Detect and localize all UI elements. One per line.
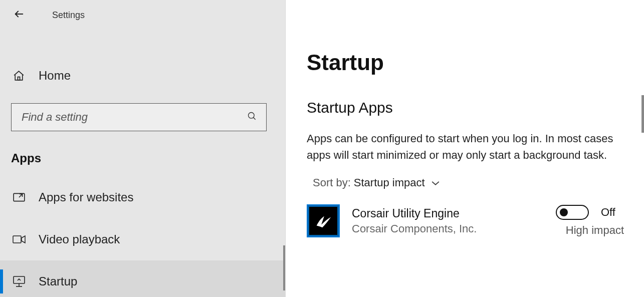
content-pane: Startup Startup Apps Apps can be configu… bbox=[286, 0, 644, 297]
app-publisher: Corsair Components, Inc. bbox=[352, 222, 477, 235]
search-wrap bbox=[11, 103, 274, 131]
app-icon-frame bbox=[307, 204, 340, 237]
nav-home-label: Home bbox=[39, 69, 71, 83]
svg-line-3 bbox=[254, 118, 256, 120]
sort-label: Sort by: bbox=[313, 176, 351, 189]
section-title: Startup Apps bbox=[307, 99, 644, 116]
sort-selector[interactable]: Startup impact bbox=[354, 176, 440, 189]
window-controls bbox=[527, 3, 644, 26]
video-playback-icon bbox=[13, 233, 39, 246]
svg-point-2 bbox=[249, 113, 255, 119]
sidebar-nav-list: Apps for websites Video playback Sta bbox=[0, 176, 285, 297]
toggle-knob bbox=[560, 208, 568, 216]
app-text: Corsair Utility Engine Corsair Component… bbox=[352, 207, 477, 235]
home-icon bbox=[13, 70, 39, 82]
maximize-button[interactable] bbox=[566, 3, 605, 26]
svg-marker-7 bbox=[22, 236, 25, 243]
section-description: Apps can be configured to start when you… bbox=[307, 130, 617, 163]
svg-rect-1 bbox=[18, 77, 20, 80]
svg-line-5 bbox=[19, 194, 23, 198]
sidebar-scrollbar[interactable] bbox=[283, 245, 285, 290]
content-scrollbar[interactable] bbox=[641, 95, 644, 133]
chevron-down-icon bbox=[431, 176, 440, 189]
startup-app-row: Corsair Utility Engine Corsair Component… bbox=[307, 204, 624, 237]
sidebar-header: Settings bbox=[0, 0, 285, 30]
app-info: Corsair Utility Engine Corsair Component… bbox=[307, 204, 477, 237]
search-box[interactable] bbox=[11, 103, 267, 131]
svg-rect-6 bbox=[13, 236, 21, 243]
toggle-state-label: Off bbox=[601, 206, 624, 219]
page-title: Startup bbox=[307, 50, 644, 75]
search-input[interactable] bbox=[21, 110, 231, 124]
sidebar-section-label: Apps bbox=[11, 151, 285, 165]
search-icon bbox=[247, 111, 257, 123]
arrow-left-icon bbox=[14, 9, 25, 22]
impact-label: High impact bbox=[566, 224, 624, 237]
nav-home[interactable]: Home bbox=[0, 60, 285, 91]
startup-icon bbox=[13, 275, 39, 288]
svg-rect-8 bbox=[14, 276, 25, 283]
sidebar-item-label: Apps for websites bbox=[39, 190, 133, 204]
back-button[interactable] bbox=[5, 1, 33, 29]
sort-row: Sort by: Startup impact bbox=[313, 176, 644, 189]
sort-value: Startup impact bbox=[354, 176, 425, 189]
sidebar-item-label: Startup bbox=[39, 274, 77, 288]
sidebar-item-label: Video playback bbox=[39, 232, 120, 246]
sidebar-item-video-playback[interactable]: Video playback bbox=[0, 218, 285, 260]
corsair-logo-icon bbox=[309, 207, 337, 235]
startup-toggle[interactable] bbox=[556, 205, 589, 220]
minimize-button[interactable] bbox=[527, 3, 566, 26]
sidebar-item-apps-for-websites[interactable]: Apps for websites bbox=[0, 176, 285, 218]
app-controls: Off High impact bbox=[556, 205, 624, 237]
window-title: Settings bbox=[52, 10, 85, 21]
close-button[interactable] bbox=[605, 3, 644, 26]
apps-for-websites-icon bbox=[13, 191, 39, 204]
app-name: Corsair Utility Engine bbox=[352, 207, 477, 220]
sidebar-item-startup[interactable]: Startup bbox=[0, 260, 285, 297]
settings-sidebar: Settings Home Apps bbox=[0, 0, 286, 297]
